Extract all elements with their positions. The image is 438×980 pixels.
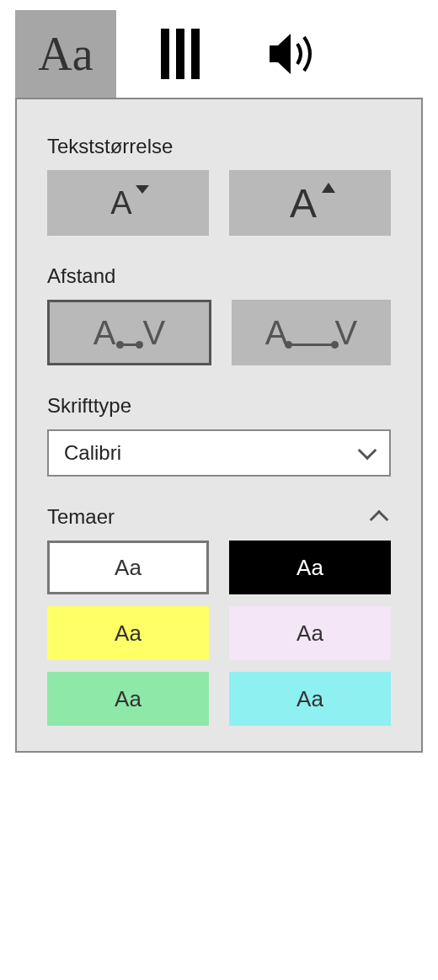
tab-column-options[interactable]	[130, 10, 231, 98]
spacing-wide-button[interactable]: A V	[232, 300, 391, 365]
themes-grid: AaAaAaAaAaAa	[47, 541, 391, 726]
columns-icon	[161, 29, 200, 79]
theme-option-2[interactable]: Aa	[47, 606, 209, 660]
text-size-label: Tekststørrelse	[47, 135, 391, 158]
theme-option-4[interactable]: Aa	[47, 672, 209, 726]
font-label: Skrifttype	[47, 394, 391, 418]
speaker-icon	[265, 29, 324, 79]
tab-audio-options[interactable]	[244, 10, 345, 98]
letter-a-large-icon: A	[290, 180, 317, 226]
themes-label: Temaer	[47, 505, 115, 529]
spacing-label: Afstand	[47, 264, 391, 288]
spacing-narrow-icon: A V	[93, 314, 165, 352]
theme-option-3[interactable]: Aa	[229, 606, 391, 660]
font-select[interactable]: Calibri	[47, 429, 391, 477]
triangle-up-icon	[322, 183, 335, 193]
theme-option-1[interactable]: Aa	[229, 541, 391, 594]
spacing-wide-icon: A V	[265, 314, 357, 352]
increase-text-size-button[interactable]: A	[229, 170, 391, 236]
decrease-text-size-button[interactable]: A	[47, 170, 209, 236]
theme-option-5[interactable]: Aa	[229, 672, 391, 726]
spacing-narrow-button[interactable]: A V	[47, 300, 211, 365]
tab-text-options[interactable]: Aa	[15, 10, 116, 98]
chevron-up-icon[interactable]	[370, 510, 389, 530]
text-options-icon: Aa	[38, 27, 93, 81]
theme-option-0[interactable]: Aa	[47, 541, 209, 594]
triangle-down-icon	[136, 185, 149, 194]
options-panel: Tekststørrelse A A Afstand A V A	[15, 98, 423, 753]
font-selected-value: Calibri	[64, 441, 121, 465]
letter-a-small-icon: A	[110, 185, 131, 221]
chevron-down-icon	[358, 441, 377, 461]
